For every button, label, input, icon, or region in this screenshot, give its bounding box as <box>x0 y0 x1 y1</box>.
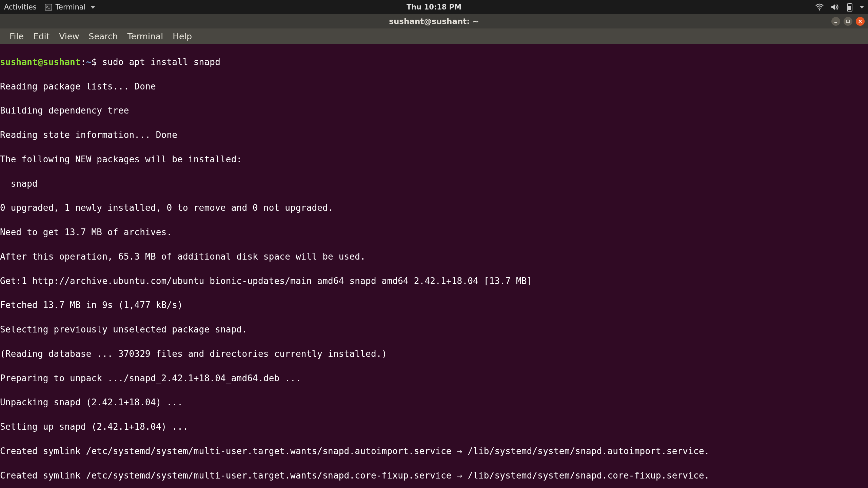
terminal-line: Get:1 http://archive.ubuntu.com/ubuntu b… <box>0 275 868 287</box>
app-menu[interactable]: Terminal <box>45 3 95 11</box>
prompt-path: ~ <box>86 57 92 67</box>
terminal-line: After this operation, 65.3 MB of additio… <box>0 251 868 263</box>
menu-edit[interactable]: Edit <box>28 30 54 43</box>
terminal-line: Fetched 13.7 MB in 9s (1,477 kB/s) <box>0 299 868 311</box>
volume-icon[interactable] <box>831 3 840 11</box>
terminal-line: Preparing to unpack .../snapd_2.42.1+18.… <box>0 372 868 385</box>
wifi-icon[interactable] <box>815 3 824 11</box>
close-button[interactable] <box>856 17 865 26</box>
terminal-line: Unpacking snapd (2.42.1+18.04) ... <box>0 396 868 409</box>
svg-rect-8 <box>847 20 849 23</box>
terminal-line: Need to get 13.7 MB of archives. <box>0 226 868 239</box>
terminal-line: Reading state information... Done <box>0 129 868 141</box>
terminal-line: sushant@sushant:~$ sudo apt install snap… <box>0 56 868 68</box>
window-title: sushant@sushant: ~ <box>389 17 479 26</box>
terminal-line: 0 upgraded, 1 newly installed, 0 to remo… <box>0 202 868 214</box>
terminal-line: (Reading database ... 370329 files and d… <box>0 348 868 360</box>
menu-search[interactable]: Search <box>84 30 123 43</box>
terminal-line: snapd <box>0 178 868 190</box>
svg-rect-1 <box>45 4 52 10</box>
activities-button[interactable]: Activities <box>4 3 37 11</box>
terminal-line: Reading package lists... Done <box>0 81 868 93</box>
menu-bar: File Edit View Search Terminal Help <box>0 28 868 44</box>
terminal-app-icon <box>45 4 52 11</box>
gnome-top-bar: Activities Terminal Thu 10:18 PM <box>0 0 868 14</box>
window-title-bar: sushant@sushant: ~ <box>0 14 868 28</box>
terminal-viewport[interactable]: sushant@sushant:~$ sudo apt install snap… <box>0 44 868 488</box>
terminal-line: Selecting previously unselected package … <box>0 324 868 336</box>
battery-icon[interactable] <box>846 3 853 12</box>
menu-view[interactable]: View <box>54 30 84 43</box>
prompt-char: $ <box>92 57 97 67</box>
menu-file[interactable]: File <box>5 30 28 43</box>
terminal-line: Created symlink /etc/systemd/system/mult… <box>0 470 868 482</box>
terminal-line: Building dependency tree <box>0 105 868 117</box>
menu-terminal[interactable]: Terminal <box>122 30 168 43</box>
command-text: sudo apt install snapd <box>102 57 220 67</box>
terminal-line: The following NEW packages will be insta… <box>0 154 868 166</box>
svg-rect-6 <box>848 6 851 10</box>
menu-help[interactable]: Help <box>168 30 197 43</box>
prompt-user: sushant@sushant <box>0 57 81 67</box>
minimize-button[interactable] <box>831 17 840 26</box>
prompt-sep: : <box>81 57 86 67</box>
clock[interactable]: Thu 10:18 PM <box>407 3 461 11</box>
terminal-line: Setting up snapd (2.42.1+18.04) ... <box>0 421 868 433</box>
terminal-line: Created symlink /etc/systemd/system/mult… <box>0 445 868 458</box>
app-menu-label: Terminal <box>56 3 86 11</box>
chevron-down-icon <box>91 6 95 9</box>
system-menu-chevron-icon[interactable] <box>860 6 864 8</box>
maximize-button[interactable] <box>844 17 852 26</box>
svg-point-3 <box>819 9 820 11</box>
